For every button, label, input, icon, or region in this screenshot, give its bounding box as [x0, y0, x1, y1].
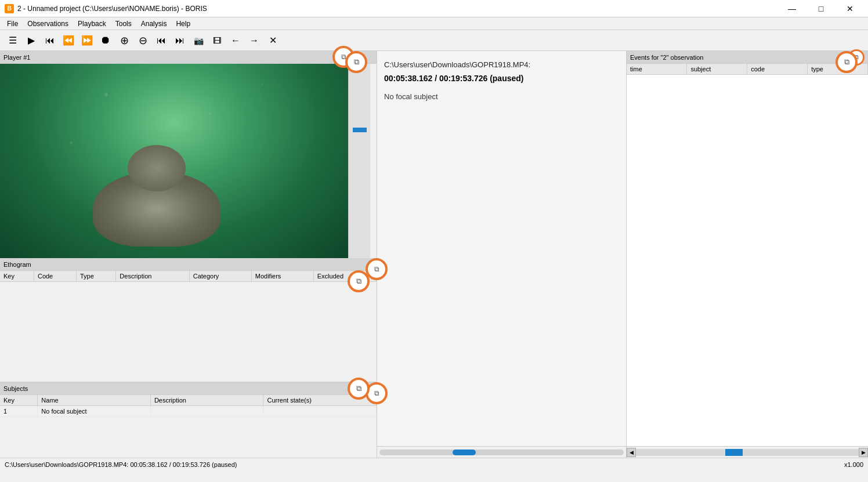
time-separator: / [432, 74, 439, 83]
events-empty-area [627, 255, 868, 447]
events-detach-overlay[interactable]: ⧉ [836, 51, 858, 73]
vertical-timeline[interactable] [348, 64, 370, 258]
ethogram-col-desc: Description [116, 271, 189, 282]
info-area: C:\Users\user\Downloads\GOPR1918.MP4: 00… [377, 51, 626, 110]
subject-desc [150, 406, 263, 417]
snapshot-button[interactable]: 📷 [190, 32, 207, 49]
status-bar: C:\Users\user\Downloads\GOPR1918.MP4: 00… [0, 458, 868, 470]
fast-forward-button[interactable]: ⏩ [79, 32, 95, 49]
ethogram-detach-overlay[interactable]: ⧉ [348, 270, 370, 292]
skip-start-button[interactable]: ⏮ [42, 32, 58, 49]
events-col-time: time [627, 64, 687, 75]
events-scroll-right[interactable]: ▶ [859, 448, 868, 457]
play-button[interactable]: ▶ [23, 32, 39, 49]
next-frame-button[interactable]: ⏭ [172, 32, 188, 49]
ethogram-col-type: Type [76, 271, 115, 282]
events-hscroll[interactable]: ◀ ▶ [627, 446, 868, 458]
maximize-button[interactable]: □ [808, 0, 834, 17]
menu-analysis[interactable]: Analysis [136, 19, 172, 29]
film-button[interactable]: 🎞 [209, 32, 225, 49]
title-bar: B 2 - Unnamed project (C:\Users\user\NON… [0, 0, 868, 17]
rewind-button[interactable]: ⏪ [60, 32, 77, 49]
video-frame [0, 64, 348, 258]
menu-tools[interactable]: Tools [111, 19, 136, 29]
events-scroll-left[interactable]: ◀ [627, 448, 636, 457]
timeline-position-marker [353, 128, 367, 132]
stop-button[interactable]: ⏺ [97, 32, 114, 49]
events-label: Events for "2" observation [630, 54, 703, 61]
player-section: Player #1 [0, 51, 377, 258]
ethogram-table: Key Code Type Description Category Modif… [0, 271, 377, 282]
remove-event-button[interactable]: ⊖ [135, 32, 151, 49]
player-detach-overlay[interactable]: ⧉ [345, 51, 367, 73]
right-panel: Events for "2" observation ⧉ time subjec… [627, 51, 868, 458]
subj-col-name: Name [38, 395, 151, 406]
file-path: C:\Users\user\Downloads\GOPR1918.MP4: [384, 58, 619, 71]
events-table-area: time subject code type [627, 64, 868, 255]
time-info: 00:05:38.162 / 00:19:53.726 (paused) [384, 71, 619, 86]
ethogram-detach-icon: ⧉ [374, 265, 379, 273]
menu-bar: File Observations Playback Tools Analysi… [0, 17, 868, 30]
subjects-label: Subjects [3, 385, 28, 392]
menu-help[interactable]: Help [171, 19, 195, 29]
add-event-button[interactable]: ⊕ [116, 32, 132, 49]
events-scroll-thumb [725, 449, 743, 456]
middle-panel: C:\Users\user\Downloads\GOPR1918.MP4: 00… [377, 51, 627, 458]
total-time: 00:19:53.726 [439, 74, 487, 83]
middle-hscroll[interactable] [377, 446, 626, 458]
subjects-header: Subjects [0, 382, 377, 395]
player-video [0, 64, 348, 258]
arrow-back-button[interactable]: ← [227, 32, 244, 49]
focal-label: No focal subject [384, 92, 438, 101]
ethogram-col-code: Code [34, 271, 76, 282]
subjects-detach-icon: ⧉ [374, 389, 379, 397]
ethogram-header: Ethogram [0, 258, 377, 271]
subjects-detach-overlay[interactable]: ⧉ [348, 378, 370, 400]
subjects-section: Subjects Key Name Description Current st… [0, 382, 377, 458]
player-label: Player #1 [3, 54, 30, 61]
events-col-subject: subject [687, 64, 747, 75]
player-header: Player #1 [0, 51, 377, 64]
events-header: Events for "2" observation ⧉ [627, 51, 868, 64]
subject-row-1[interactable]: 1 No focal subject [0, 406, 377, 417]
subjects-detach-overlay-icon: ⧉ [356, 384, 361, 393]
events-table: time subject code type [627, 64, 868, 75]
ethogram-detach-overlay-icon: ⧉ [356, 277, 361, 286]
subjects-table-container: Key Name Description Current state(s) 1 … [0, 395, 377, 458]
subject-name: No focal subject [38, 406, 151, 417]
events-scroll-track[interactable] [636, 449, 859, 456]
left-panel: Player #1 [0, 51, 377, 458]
subject-state [263, 406, 377, 417]
ethogram-label: Ethogram [3, 261, 31, 268]
ethogram-col-cat: Category [189, 271, 251, 282]
prev-frame-button[interactable]: ⏮ [153, 32, 169, 49]
toolbar: ☰ ▶ ⏮ ⏪ ⏩ ⏺ ⊕ ⊖ ⏮ ⏭ 📷 🎞 ← → ✕ [0, 30, 868, 51]
minimize-button[interactable]: — [779, 0, 805, 17]
ethogram-table-container: Key Code Type Description Category Modif… [0, 271, 377, 382]
title-text: 2 - Unnamed project (C:\Users\user\NONAM… [17, 5, 207, 13]
menu-playback[interactable]: Playback [73, 19, 111, 29]
subject-key: 1 [0, 406, 38, 417]
seal-body [93, 171, 220, 247]
arrow-forward-button[interactable]: → [246, 32, 262, 49]
ethogram-section: Ethogram Key Code Type Description Categ… [0, 258, 377, 382]
subjects-table: Key Name Description Current state(s) 1 … [0, 395, 377, 417]
events-col-code: code [747, 64, 808, 75]
close-button[interactable]: ✕ [837, 0, 863, 17]
status-path-time: C:\Users\user\Downloads\GOPR1918.MP4: 00… [5, 461, 835, 468]
subj-col-desc: Description [150, 395, 263, 406]
ethogram-col-key: Key [0, 271, 34, 282]
player-detach-overlay-icon: ⧉ [354, 57, 359, 67]
events-detach-overlay-icon: ⧉ [844, 57, 849, 67]
playback-speed: x1.000 [844, 461, 863, 468]
subj-col-key: Key [0, 395, 38, 406]
ethogram-col-mod: Modifiers [251, 271, 313, 282]
subjects-body: 1 No focal subject [0, 406, 377, 417]
playback-status: (paused) [490, 74, 523, 83]
menu-file[interactable]: File [2, 19, 23, 29]
close-x-button[interactable]: ✕ [265, 32, 281, 49]
menu-observations[interactable]: Observations [23, 19, 73, 29]
focal-subject-info: No focal subject [384, 90, 619, 103]
menu-button[interactable]: ☰ [5, 32, 21, 49]
current-time: 00:05:38.162 [384, 74, 432, 83]
